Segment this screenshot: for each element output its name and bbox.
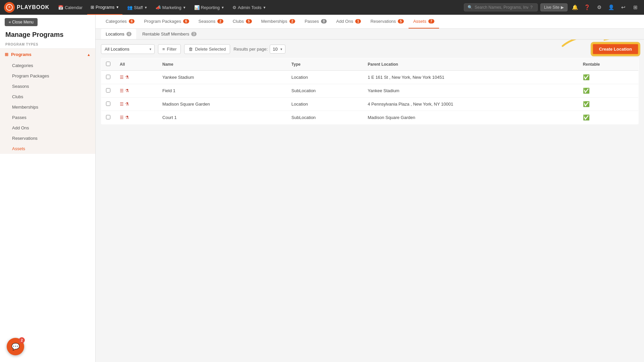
tab-memberships[interactable]: Memberships 2 [257,15,300,28]
program-packages-badge: 6 [183,19,189,23]
subtab-rentable-staff[interactable]: Rentable Staff Members 3 [138,29,201,39]
settings-icon[interactable]: ⚙ [594,3,604,12]
nav-marketing[interactable]: 📣 Marketing ▼ [152,0,190,15]
row-flask-icon[interactable]: ⚗ [125,115,129,120]
live-site-button[interactable]: Live Site ▶ [540,3,568,11]
search-help-icon: ? [530,5,533,10]
row-checkbox-cell [101,71,115,84]
sidebar-item-memberships[interactable]: Memberships [0,102,95,112]
sidebar-item-seasons[interactable]: Seasons [0,81,95,92]
create-location-button[interactable]: Create Location [592,44,639,55]
memberships-badge: 2 [289,19,296,23]
grid-icon[interactable]: ⊞ [631,3,640,12]
row-list-icon[interactable]: ☰ [120,115,124,120]
results-select-wrapper[interactable]: 10 [270,45,285,54]
back-icon[interactable]: ↩ [619,3,628,12]
sidebar-item-add-ons[interactable]: Add Ons [0,123,95,133]
add-ons-badge: 1 [355,19,361,23]
sidebar-item-clubs[interactable]: Clubs [0,92,95,102]
col-type: Type [287,58,363,71]
sidebar-section-label: PROGRAM TYPES [0,41,95,48]
tabs-container: Categories 6 Program Packages 6 Seasons … [96,15,644,29]
row-checkbox-cell [101,111,115,124]
row-rentable: ✅ [578,111,639,124]
reporting-icon: 📊 [194,5,200,10]
row-list-icon[interactable]: ☰ [120,88,124,93]
row-checkbox-1[interactable] [106,88,110,93]
subtab-locations[interactable]: Locations 4 [101,29,136,39]
row-rentable: ✅ [578,98,639,111]
tab-clubs[interactable]: Clubs 5 [228,15,257,28]
tab-assets[interactable]: Assets 7 [409,15,439,28]
programs-group-chevron-icon: ▲ [87,53,91,57]
sidebar-item-reservations[interactable]: Reservations [0,133,95,143]
user-icon[interactable]: 👤 [606,3,616,12]
results-per-page-control: Results per page: 10 [233,45,285,54]
nav-programs[interactable]: ⊞ Programs ▼ [87,0,122,15]
app-logo[interactable]: PLAYBOOK [4,2,49,13]
delete-selected-button[interactable]: 🗑 Delete Selected [184,44,230,54]
table-row: ☰ ⚗ Madison Square Garden Location 4 Pen… [101,98,639,111]
row-flask-icon[interactable]: ⚗ [125,75,129,80]
nav-admin-tools[interactable]: ⚙ Admin Tools ▼ [229,0,269,15]
help-icon[interactable]: ❓ [582,3,592,12]
tab-categories[interactable]: Categories 6 [101,15,139,28]
programs-group-header[interactable]: ⊞ Programs ▲ [0,49,95,60]
rentable-check-icon: ✅ [583,101,590,107]
tab-seasons[interactable]: Seasons 2 [194,15,228,28]
sidebar: « Close Menu Manage Programs PROGRAM TYP… [0,15,96,362]
tab-program-packages[interactable]: Program Packages 6 [139,15,194,28]
table-row: ☰ ⚗ Yankee Stadium Location 1 E 161 St ,… [101,71,639,84]
location-select[interactable]: All Locations [101,44,155,54]
row-checkbox-0[interactable] [106,75,110,79]
search-input[interactable] [475,5,528,10]
row-rentable: ✅ [578,84,639,98]
row-list-icon[interactable]: ☰ [120,102,124,107]
row-flask-icon[interactable]: ⚗ [125,102,129,107]
filter-button[interactable]: ≡ Filter [158,44,181,54]
filter-icon: ≡ [162,47,165,52]
reservations-badge: 5 [398,19,404,23]
row-checkbox-3[interactable] [106,115,110,119]
seasons-badge: 2 [217,19,223,23]
chat-badge: 2 [19,337,25,343]
logo-text: PLAYBOOK [17,4,49,10]
chat-bubble[interactable]: 💬 2 [7,338,24,355]
nav-right-section: 🔍 ? Live Site ▶ 🔔 ❓ ⚙ 👤 ↩ ⊞ [464,3,640,12]
close-menu-button[interactable]: « Close Menu [5,18,38,26]
tab-passes[interactable]: Passes 0 [300,15,331,28]
nav-calendar[interactable]: 📅 Calendar [55,0,86,15]
row-list-icon[interactable]: ☰ [120,75,124,80]
subtabs-container: Locations 4 Rentable Staff Members 3 [96,29,644,40]
sidebar-item-assets[interactable]: Assets [0,143,95,154]
sidebar-item-passes[interactable]: Passes [0,112,95,123]
nav-staff[interactable]: 👥 Staff ▼ [124,0,151,15]
col-rentable: Rentable [578,58,639,71]
notifications-icon[interactable]: 🔔 [570,3,580,12]
location-select-wrapper[interactable]: All Locations [101,44,155,54]
calendar-icon: 📅 [58,5,63,10]
staff-icon: 👥 [127,5,132,10]
sidebar-item-categories[interactable]: Categories [0,60,95,71]
tab-add-ons[interactable]: Add Ons 1 [331,15,366,28]
search-box[interactable]: 🔍 ? [464,3,538,11]
locations-table: All Name Type Parent Location Rentable ☰… [101,58,639,124]
col-all: All [115,58,158,71]
row-type: SubLocation [287,111,363,124]
nav-reporting[interactable]: 📊 Reporting ▼ [191,0,228,15]
app-layout: « Close Menu Manage Programs PROGRAM TYP… [0,15,644,362]
rentable-check-icon: ✅ [583,88,590,94]
row-checkbox-2[interactable] [106,102,110,106]
table-toolbar: All Locations ≡ Filter 🗑 Delete Selected… [101,44,639,55]
row-flask-icon[interactable]: ⚗ [125,88,129,93]
col-name: Name [158,58,287,71]
table-row: ☰ ⚗ Field 1 SubLocation Yankee Stadium ✅ [101,84,639,98]
admin-dropdown-icon: ▼ [263,6,266,9]
rentable-staff-badge: 3 [191,32,197,36]
passes-badge: 0 [321,19,327,23]
sidebar-item-program-packages[interactable]: Program Packages [0,71,95,81]
tab-reservations[interactable]: Reservations 5 [366,15,408,28]
assets-badge: 7 [428,19,434,23]
results-per-page-select[interactable]: 10 [270,45,285,54]
select-all-checkbox[interactable] [106,62,110,66]
